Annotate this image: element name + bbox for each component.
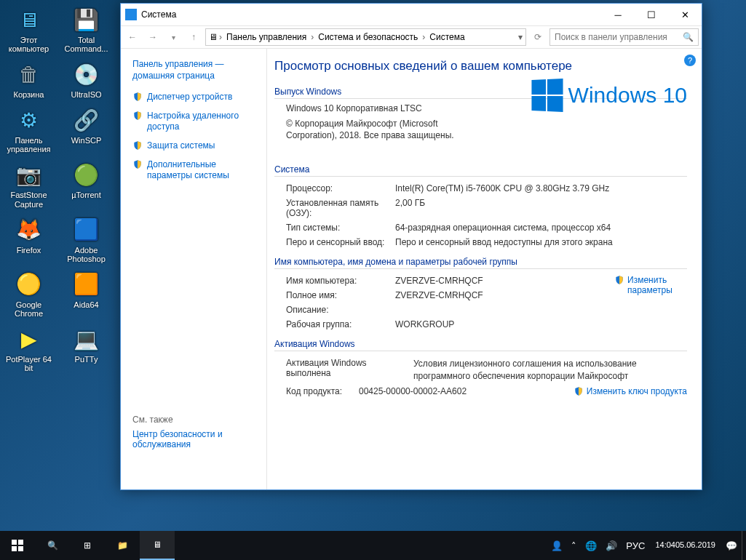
search-button[interactable]: 🔍 [35,531,70,560]
name-row: Описание: [274,303,687,317]
windows-logo: Windows 10 [531,79,687,111]
icon-label: Total Command... [59,36,114,53]
desktop-icon[interactable]: 🟦Adobe Photoshop [59,215,114,263]
search-placeholder: Поиск в панели управления [555,32,667,42]
icon-label: Adobe Photoshop [59,246,114,263]
see-also-header: См. также [132,415,255,425]
tray: 👤 ˄ 🌐 🔊 РУС 14:04 05.06.2019 💬 [547,531,746,560]
activation-status: Активация Windows выполнена [286,358,413,381]
language-indicator[interactable]: РУС [622,531,649,560]
system-row: Тип системы:64-разрядная операционная си… [274,220,687,235]
svg-rect-1 [18,540,23,545]
desktop-icon[interactable]: 💾Total Command... [59,5,114,53]
computer-name-section-title: Имя компьютера, имя домена и параметры р… [274,255,687,269]
desktop-icon[interactable]: 🟧Aida64 [59,270,114,309]
up-button[interactable]: ↑ [185,28,202,46]
window-title: Система [141,9,601,20]
pc-icon: 🖥 [209,32,218,42]
content: ? Просмотр основных сведений о вашем ком… [266,49,702,489]
app-icon: 💾 [72,5,101,34]
desktop-icon[interactable]: 🖥Этот компьютер [1,5,56,53]
network-icon[interactable]: 🌐 [581,531,601,560]
icon-label: Корзина [1,90,56,99]
help-icon[interactable]: ? [684,55,696,66]
back-button[interactable]: ← [124,28,141,46]
clock[interactable]: 14:04 05.06.2019 [649,531,721,560]
sidebar-link[interactable]: Диспетчер устройств [132,92,255,103]
sidebar-link[interactable]: Дополнительные параметры системы [132,159,255,182]
breadcrumb-item[interactable]: Панель управления [223,32,309,42]
security-center-link[interactable]: Центр безопасности и обслуживания [132,429,223,449]
svg-rect-2 [12,546,17,551]
breadcrumb[interactable]: 🖥› Панель управления› Система и безопасн… [205,28,526,46]
app-icon: 💿 [72,60,101,89]
desktop-icon[interactable]: 🟡Google Chrome [1,270,56,318]
recent-button[interactable]: ▾ [164,28,182,46]
desktop-icon[interactable]: ▶PotPlayer 64 bit [1,324,56,372]
titlebar[interactable]: Система ─ ☐ ✕ [121,4,702,25]
start-button[interactable] [0,531,35,560]
desktop: 🖥Этот компьютер💾Total Command...🗑Корзина… [0,0,120,531]
desktop-icon[interactable]: 🦊Firefox [1,215,56,255]
tray-expand-icon[interactable]: ˄ [567,531,581,560]
close-button[interactable]: ✕ [668,4,702,25]
svg-rect-0 [12,540,17,545]
icon-label: WinSCP [59,136,114,145]
clock-date: 05.06.2019 [675,540,715,550]
sidebar-link[interactable]: Защита системы [132,140,255,152]
svg-rect-3 [18,546,23,551]
icon-label: Google Chrome [1,300,56,318]
windows-logo-text: Windows 10 [568,83,687,108]
shield-icon [132,159,143,169]
shield-icon [574,386,584,396]
license-terms-link[interactable]: Условия лицензионного соглашения на испо… [413,358,687,381]
maximize-button[interactable]: ☐ [635,4,668,25]
breadcrumb-item[interactable]: Система и безопасность [315,32,421,42]
change-settings-link[interactable]: Изменить параметры [614,275,672,295]
system-row: Установленная память (ОЗУ):2,00 ГБ [274,196,687,220]
name-row: Рабочая группа:WORKGROUP [274,317,687,332]
desktop-icon[interactable]: 💿UltraISO [59,60,114,99]
icon-label: UltraISO [59,90,114,99]
clock-time: 14:04 [655,540,675,550]
icon-label: Firefox [1,246,56,255]
desktop-icon[interactable]: 🔗WinSCP [59,105,114,145]
app-icon: 🖥 [15,5,44,34]
desktop-icon[interactable]: ⚙Панель управления [1,105,56,153]
people-icon[interactable]: 👤 [547,531,567,560]
action-center-icon[interactable]: 💬 [721,531,742,560]
desktop-icon[interactable]: 🟢µTorrent [59,160,114,199]
app-icon: 🟡 [15,270,44,299]
app-icon: 🟢 [72,160,101,189]
taskbar: 🔍 ⊞ 📁 🖥 👤 ˄ 🌐 🔊 РУС 14:04 05.06.2019 💬 [0,531,746,560]
sidebar-link[interactable]: Настройка удаленного доступа [132,111,255,133]
file-explorer-taskbar[interactable]: 📁 [105,531,140,560]
app-icon: 🦊 [15,215,44,244]
system-section-title: Система [274,163,687,177]
icon-label: PotPlayer 64 bit [1,355,56,372]
volume-icon[interactable]: 🔊 [601,531,622,560]
show-desktop[interactable] [742,531,746,560]
desktop-icon[interactable]: 📷FastStone Capture [1,160,56,208]
system-row: Перо и сенсорный ввод:Перо и сенсорный в… [274,235,687,249]
minimize-button[interactable]: ─ [601,4,635,25]
system-window: Система ─ ☐ ✕ ← → ▾ ↑ 🖥› Панель управлен… [120,3,702,490]
see-also: См. также Центр безопасности и обслужива… [132,415,255,449]
search-input[interactable]: Поиск в панели управления 🔍 [549,28,699,46]
control-panel-home-link[interactable]: Панель управления — домашняя страница [132,59,255,81]
system-row: Процессор:Intel(R) Core(TM) i5-7600K CPU… [274,181,687,196]
task-view-button[interactable]: ⊞ [70,531,105,560]
forward-button[interactable]: → [144,28,162,46]
icon-label: Панель управления [1,136,56,153]
desktop-icon[interactable]: 🗑Корзина [1,60,56,99]
desktop-icon[interactable]: 💻PuTTy [59,324,114,364]
icon-label: FastStone Capture [1,191,56,208]
breadcrumb-item[interactable]: Система [426,32,467,42]
edition-name: Windows 10 Корпоративная LTSC [286,103,478,113]
app-icon: 🔗 [72,105,101,135]
refresh-button[interactable]: ⟳ [529,28,547,46]
system-icon [125,9,137,20]
system-taskbar-button[interactable]: 🖥 [140,531,175,560]
icon-label: PuTTy [59,355,114,364]
change-product-key-link[interactable]: Изменить ключ продукта [574,386,687,396]
